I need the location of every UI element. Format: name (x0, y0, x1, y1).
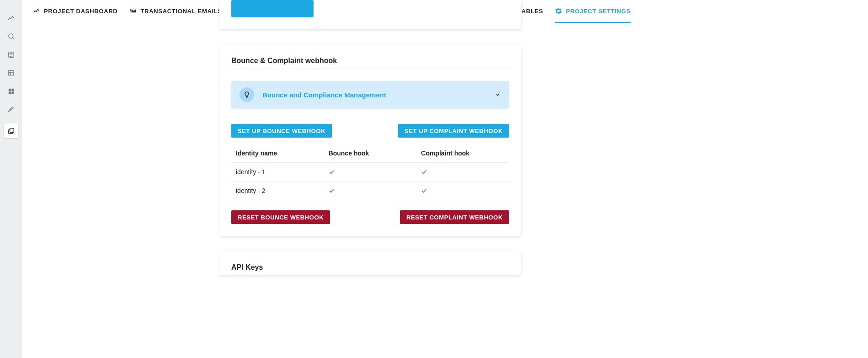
check-icon (421, 187, 509, 194)
svg-rect-9 (11, 88, 14, 91)
section-title: API Keys (231, 263, 509, 275)
mail-send-icon (129, 7, 137, 15)
rail-tools-icon[interactable] (7, 105, 15, 113)
check-icon (329, 169, 417, 175)
chevron-down-icon (495, 91, 501, 98)
section-title: Bounce & Complaint webhook (231, 57, 509, 69)
svg-rect-12 (10, 128, 14, 132)
setup-complaint-button[interactable]: SET UP COMPLAINT WEBHOOK (398, 124, 509, 138)
svg-rect-10 (8, 91, 11, 94)
vertical-nav-rail (0, 0, 22, 358)
info-banner[interactable]: Bounce and Compliance Management (231, 81, 509, 108)
svg-point-0 (8, 33, 13, 38)
webhook-table: Identity name Bounce hook Complaint hook… (231, 144, 509, 200)
cell-identity: identity - 2 (231, 182, 324, 200)
partial-blue-button[interactable] (231, 0, 314, 17)
col-complaint: Complaint hook (416, 144, 509, 163)
tab-label: PROJECT DASHBOARD (44, 8, 117, 15)
tab-label: TRANSACTIONAL EMAILS (140, 8, 222, 15)
api-keys-card: API Keys (219, 251, 521, 275)
check-icon (329, 187, 417, 194)
svg-rect-5 (8, 70, 13, 75)
analytics-icon (33, 7, 40, 15)
table-row: identity - 2 (231, 182, 509, 200)
setup-bounce-button[interactable]: SET UP BOUNCE WEBHOOK (231, 124, 332, 138)
lightbulb-icon (240, 87, 254, 102)
col-identity: Identity name (231, 144, 324, 163)
cell-identity: identity - 1 (231, 163, 324, 182)
rail-project-icon[interactable] (4, 123, 18, 138)
rail-list-icon[interactable] (7, 50, 15, 59)
info-banner-title: Bounce and Compliance Management (262, 91, 486, 99)
reset-bounce-button[interactable]: RESET BOUNCE WEBHOOK (231, 210, 330, 224)
svg-rect-8 (8, 88, 11, 91)
svg-rect-11 (11, 91, 14, 94)
bounce-complaint-card: Bounce & Complaint webhook Bounce and Co… (219, 45, 521, 236)
rail-layout-icon[interactable] (7, 69, 15, 77)
previous-card-partial (219, 0, 521, 29)
reset-complaint-button[interactable]: RESET COMPLAINT WEBHOOK (400, 210, 509, 224)
table-row: identity - 1 (231, 163, 509, 182)
tab-transactional-emails[interactable]: TRANSACTIONAL EMAILS (129, 7, 222, 23)
rail-grid-icon[interactable] (7, 87, 15, 95)
setup-button-row: SET UP BOUNCE WEBHOOK SET UP COMPLAINT W… (231, 124, 509, 138)
tab-project-dashboard[interactable]: PROJECT DASHBOARD (33, 7, 117, 23)
rail-globe-icon[interactable] (7, 32, 15, 40)
content-area: Bounce & Complaint webhook Bounce and Co… (219, 0, 868, 358)
reset-button-row: RESET BOUNCE WEBHOOK RESET COMPLAINT WEB… (231, 210, 509, 224)
rail-analytics-icon[interactable] (7, 14, 15, 22)
check-icon (421, 169, 509, 175)
col-bounce: Bounce hook (324, 144, 417, 163)
